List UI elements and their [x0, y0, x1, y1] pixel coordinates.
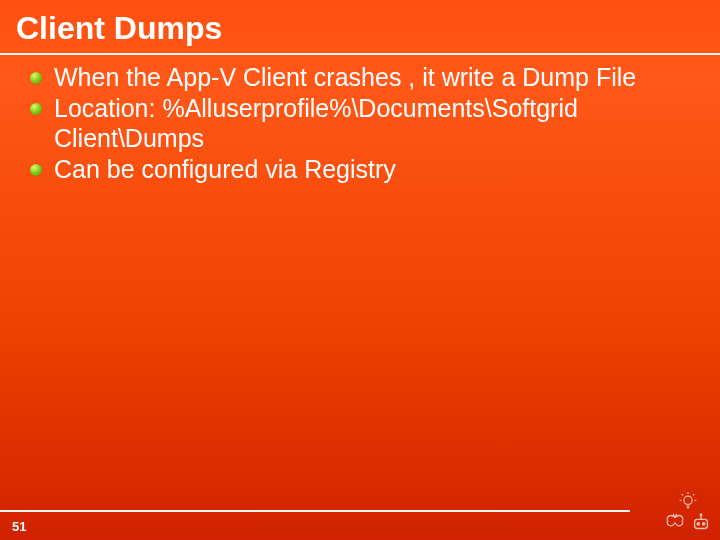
slide: Client Dumps When the App-V Client crash…	[0, 0, 720, 540]
content-area: When the App-V Client crashes , it write…	[0, 55, 720, 185]
bullet-item: When the App-V Client crashes , it write…	[28, 63, 700, 93]
svg-point-14	[700, 514, 702, 516]
slide-title: Client Dumps	[0, 0, 720, 53]
corner-icon-group	[664, 512, 712, 534]
svg-line-4	[693, 494, 694, 495]
svg-point-12	[703, 523, 705, 525]
footer: 51	[0, 510, 720, 540]
page-number: 51	[12, 519, 26, 534]
bullet-list: When the App-V Client crashes , it write…	[28, 63, 700, 185]
svg-line-5	[682, 494, 683, 495]
footer-divider	[0, 510, 630, 512]
svg-point-0	[684, 496, 692, 504]
butterfly-icon	[664, 512, 686, 534]
robot-icon	[690, 512, 712, 534]
svg-point-11	[697, 523, 699, 525]
title-divider	[0, 53, 720, 55]
bullet-item: Location: %Alluserprofile%\Documents\Sof…	[28, 94, 700, 153]
lightbulb-icon	[678, 492, 698, 512]
bullet-item: Can be configured via Registry	[28, 155, 700, 185]
